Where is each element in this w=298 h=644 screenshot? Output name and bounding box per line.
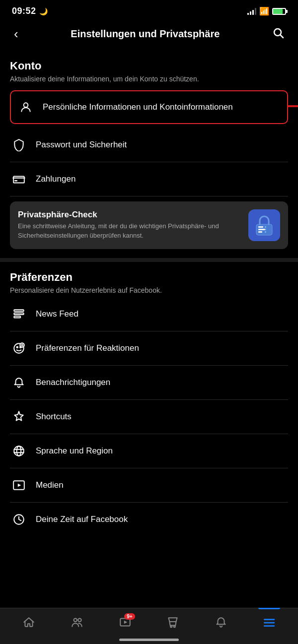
- praeferenzen-section-header: Präferenzen Personalisiere dein Nutzerer…: [10, 262, 288, 298]
- page-title: Einstellungen und Privatsphäre: [22, 28, 268, 40]
- search-button[interactable]: [268, 25, 288, 44]
- svg-rect-6: [258, 229, 265, 230]
- tab-menu[interactable]: [258, 613, 280, 631]
- svg-rect-10: [265, 231, 266, 233]
- media-label: Medien: [36, 480, 64, 490]
- svg-rect-8: [265, 226, 266, 228]
- bell-icon: [10, 374, 28, 391]
- notifications-label: Benachrichtigungen: [36, 378, 110, 387]
- svg-point-29: [170, 626, 172, 627]
- globe-icon: [10, 442, 28, 460]
- svg-line-1: [281, 35, 284, 38]
- menu-item-password[interactable]: Passwort und Sicherheit: [10, 128, 288, 162]
- menu-item-time-facebook[interactable]: Deine Zeit auf Facebook: [10, 503, 288, 536]
- shortcuts-icon: [10, 408, 28, 426]
- svg-point-15: [16, 347, 18, 348]
- svg-marker-3: [288, 97, 298, 115]
- praeferenzen-subtitle: Personalisiere dein Nutzererlebnis auf F…: [10, 286, 288, 296]
- praeferenzen-title: Präferenzen: [10, 271, 288, 284]
- shortcuts-label: Shortcuts: [36, 412, 72, 422]
- status-bar: 09:52 🌙 📶: [0, 0, 298, 19]
- media-icon: [10, 476, 28, 494]
- reaction-icon: [10, 339, 28, 357]
- svg-rect-13: [14, 317, 20, 318]
- watch-badge: 9+: [124, 613, 135, 620]
- nav-header: ‹ Einstellungen und Privatsphäre: [0, 19, 298, 51]
- svg-rect-7: [258, 231, 262, 233]
- wifi-icon: 📶: [259, 6, 269, 16]
- friends-icon: [70, 615, 84, 629]
- privacy-card-content: Privatsphäre-Check Eine schrittweise Anl…: [18, 210, 240, 240]
- payments-label: Zahlungen: [36, 174, 75, 184]
- svg-rect-9: [265, 229, 266, 230]
- tab-watch[interactable]: 9+: [114, 613, 136, 631]
- tab-bell-icon: [214, 615, 228, 629]
- svg-point-19: [17, 446, 21, 456]
- svg-rect-11: [14, 310, 24, 312]
- tab-notifications[interactable]: [210, 613, 232, 631]
- privacy-card-description: Eine schrittweise Anleitung, mit der du …: [18, 222, 240, 240]
- clock-icon: [10, 511, 28, 528]
- tab-marketplace[interactable]: [162, 613, 184, 631]
- menu-item-shortcuts[interactable]: Shortcuts: [10, 400, 288, 434]
- konto-title: Konto: [10, 60, 288, 72]
- privacy-card-icon: [248, 209, 280, 241]
- main-content: Konto Aktualisiere deine Informationen, …: [0, 51, 298, 586]
- svg-marker-23: [18, 484, 21, 487]
- menu-item-language-region[interactable]: Sprache und Region: [10, 434, 288, 468]
- konto-section-header: Konto Aktualisiere deine Informationen, …: [10, 51, 288, 86]
- konto-subtitle: Aktualisiere deine Informationen, um dei…: [10, 74, 288, 84]
- svg-point-18: [14, 446, 24, 456]
- svg-point-26: [78, 618, 81, 622]
- menu-item-payments[interactable]: Zahlungen: [10, 162, 288, 196]
- svg-rect-12: [14, 313, 24, 315]
- status-time: 09:52: [12, 6, 36, 16]
- home-indicator: [119, 639, 179, 641]
- menu-item-reaction-prefs[interactable]: Präferenzen für Reaktionen: [10, 331, 288, 366]
- tab-friends[interactable]: [66, 613, 88, 631]
- tab-active-indicator: [258, 608, 280, 609]
- menu-item-notifications[interactable]: Benachrichtigungen: [10, 366, 288, 400]
- marketplace-icon: [166, 615, 180, 629]
- menu-item-personal-info[interactable]: Persönliche Informationen und Kontoinfor…: [10, 90, 288, 124]
- battery-icon: [272, 8, 286, 15]
- home-icon: [22, 615, 36, 629]
- person-icon: [17, 98, 35, 116]
- privacy-check-card[interactable]: Privatsphäre-Check Eine schrittweise Anl…: [10, 201, 288, 249]
- red-arrow: [288, 96, 298, 118]
- menu-item-news-feed[interactable]: News Feed: [10, 297, 288, 331]
- menu-icon: [262, 615, 276, 629]
- shield-icon: [10, 136, 28, 154]
- status-icons: 📶: [247, 6, 286, 16]
- signal-icon: [247, 8, 256, 15]
- svg-marker-28: [124, 621, 127, 624]
- language-region-label: Sprache und Region: [36, 446, 113, 456]
- password-label: Passwort und Sicherheit: [36, 140, 127, 150]
- back-button[interactable]: ‹: [10, 24, 22, 44]
- payments-icon: [10, 170, 28, 188]
- menu-item-media[interactable]: Medien: [10, 468, 288, 503]
- svg-point-25: [74, 618, 77, 622]
- svg-point-2: [24, 103, 28, 107]
- personal-info-label: Persönliche Informationen und Kontoinfor…: [43, 102, 233, 112]
- svg-rect-5: [258, 226, 263, 228]
- news-feed-icon: [10, 305, 28, 323]
- svg-point-30: [174, 626, 175, 627]
- tab-home[interactable]: [18, 613, 40, 631]
- reaction-prefs-label: Präferenzen für Reaktionen: [36, 343, 139, 353]
- moon-icon: 🌙: [39, 7, 48, 15]
- news-feed-label: News Feed: [36, 309, 78, 319]
- section-divider: [0, 258, 298, 262]
- privacy-card-title: Privatsphäre-Check: [18, 210, 240, 220]
- time-facebook-label: Deine Zeit auf Facebook: [36, 515, 128, 524]
